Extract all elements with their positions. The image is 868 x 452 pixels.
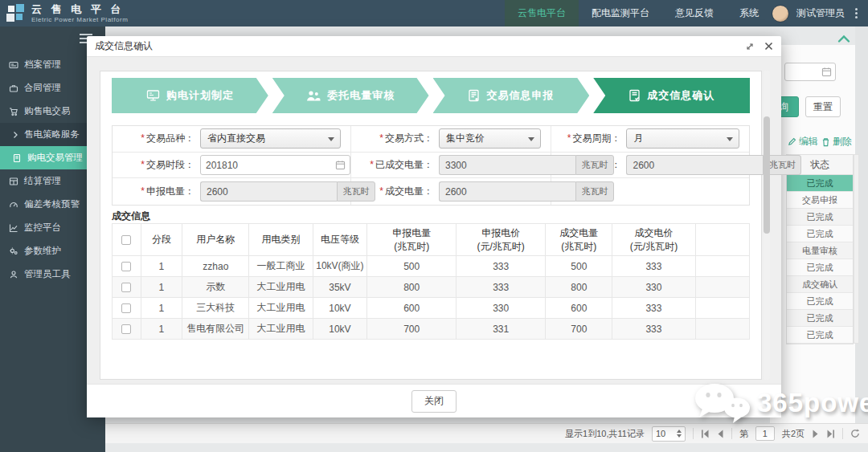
nav-cloud-platform[interactable]: 云售电平台 (505, 0, 579, 26)
background-date-input[interactable] (784, 63, 836, 81)
table-row[interactable]: 1 售电有限公司 大工业用电 10kV 700 331 700 333 (113, 319, 750, 340)
delete-link[interactable]: 删除 (821, 135, 852, 149)
cell: 333 (612, 256, 695, 277)
modal-scrollbar (764, 71, 770, 380)
row-checkbox[interactable] (121, 262, 131, 271)
status-row[interactable]: 已完成 (787, 293, 853, 310)
deal-form: *交易品种： 省内直接交易 *交易方式： 集中竞价 *交易周期： 月 *交易时段… (112, 125, 750, 206)
status-row[interactable]: 电量审核 (787, 242, 853, 259)
cell: 1 (141, 298, 182, 319)
cell: 333 (612, 319, 695, 340)
section-title: 成交信息 (112, 210, 150, 223)
table-header-row: 分段 用户名称 用电类别 电压等级 申报电量(兆瓦时) 申报电价(元/兆瓦时) … (113, 224, 750, 256)
trade-cycle-select[interactable]: 月 (626, 128, 739, 149)
required-asterisk: * (379, 132, 383, 144)
sidebar-item-label: 合同管理 (24, 82, 61, 94)
status-row[interactable]: 已完成 (787, 310, 853, 327)
next-page-button[interactable] (812, 430, 819, 438)
status-row[interactable]: 已完成 (787, 259, 853, 276)
cell: 331 (457, 319, 546, 340)
scrollbar-thumb[interactable] (764, 116, 770, 234)
required-asterisk: * (379, 185, 383, 197)
trade-period-input[interactable] (201, 160, 335, 171)
sidebar-item-label: 结算管理 (24, 175, 61, 187)
col-header: 分段 (141, 224, 182, 256)
cell: 35kV (313, 277, 366, 298)
cell: 333 (457, 277, 546, 298)
edit-link[interactable]: 编辑 (788, 135, 818, 149)
cell: 330 (612, 277, 695, 298)
field-label: 交易周期： (572, 132, 620, 144)
status-row[interactable]: 已完成 (787, 327, 853, 344)
sidebar-item-label: 档案管理 (24, 59, 61, 71)
collapse-chevron-icon[interactable] (837, 32, 850, 47)
nav-system[interactable]: 系统 (727, 0, 772, 26)
report-doc-icon (468, 89, 480, 102)
col-header: 电压等级 (313, 224, 366, 256)
col-header: 用户名称 (182, 224, 249, 256)
trade-variety-select[interactable]: 省内直接交易 (200, 128, 341, 149)
select-all-checkbox[interactable] (121, 235, 131, 245)
trade-period-datepicker[interactable] (200, 155, 350, 175)
done-volume-input[interactable] (439, 155, 575, 175)
user-avatar[interactable] (772, 5, 789, 22)
step-label: 购电计划制定 (166, 88, 234, 103)
select-value: 月 (633, 132, 643, 145)
app-logo: 云 售 电 平 台 Eletric Power Market Platform (0, 4, 128, 23)
field-label: 交易品种： (146, 132, 194, 144)
trash-icon (821, 137, 830, 147)
trade-mode-select[interactable]: 集中竞价 (439, 128, 541, 149)
status-row[interactable]: 已完成 (787, 209, 853, 226)
status-row[interactable]: 已完成 (787, 175, 853, 192)
page-size-select[interactable]: 10 (652, 426, 686, 442)
unit-addon: 兆瓦时 (337, 181, 375, 202)
cell-empty (695, 298, 750, 319)
row-checkbox[interactable] (121, 324, 131, 334)
kebab-menu-icon[interactable] (852, 8, 860, 18)
close-button[interactable]: 关闭 (411, 390, 457, 413)
last-page-button[interactable] (826, 430, 835, 438)
page-number-input[interactable] (755, 426, 775, 441)
modal-body: 购电计划制定 委托电量审核 交易信息申报 成交信息确认 (87, 57, 781, 384)
cell: 700 (367, 319, 457, 340)
close-icon[interactable] (764, 42, 773, 51)
maximize-icon[interactable] (745, 42, 755, 51)
nav-distribution-monitor[interactable]: 配电监测平台 (579, 0, 662, 26)
cell: 700 (546, 319, 612, 340)
field-trade-variety: *交易品种： 省内直接交易 (113, 126, 351, 153)
table-row[interactable]: 1 三大科技 大工业用电 10kV 600 330 600 333 (113, 298, 750, 319)
prev-page-button[interactable] (717, 430, 724, 438)
field-label: 成交电量： (385, 185, 433, 197)
app-header: 云 售 电 平 台 Eletric Power Market Platform … (0, 0, 868, 26)
field-trade-cycle: *交易周期： 月 (551, 126, 749, 153)
cell: 一般工商业 (249, 256, 313, 277)
refresh-button[interactable] (850, 429, 860, 438)
person-icon (9, 270, 18, 279)
cell: 售电有限公司 (182, 319, 249, 340)
table-row[interactable]: 1 示数 大工业用电 35kV 800 333 800 330 (113, 277, 750, 298)
row-checkbox[interactable] (121, 303, 131, 313)
deal-volume-input[interactable] (439, 181, 575, 202)
cell: 10kV (313, 298, 366, 319)
required-asterisk: * (141, 185, 145, 197)
table-row[interactable]: 1 zzhao 一般工商业 10kV(商业) 500 333 500 333 (113, 256, 750, 277)
pencil-icon (788, 137, 796, 146)
status-row[interactable]: 交易申报 (787, 192, 853, 209)
field-label: 已成交电量： (375, 159, 433, 170)
first-page-button[interactable] (701, 430, 710, 438)
cell: 1 (141, 256, 182, 277)
row-checkbox[interactable] (121, 283, 131, 292)
cell: 500 (546, 256, 612, 277)
entrust-volume-input[interactable] (626, 155, 763, 175)
nav-feedback[interactable]: 意见反馈 (662, 0, 727, 26)
declare-volume-input[interactable] (200, 181, 337, 202)
edit-label: 编辑 (799, 135, 818, 149)
first-page-icon (701, 430, 710, 438)
status-row[interactable]: 已完成 (787, 226, 853, 242)
spinner-icon (677, 430, 682, 438)
modal-footer: 关闭 (87, 384, 781, 417)
top-nav: 云售电平台 配电监测平台 意见反馈 系统 (505, 0, 772, 26)
reset-button[interactable]: 重置 (805, 96, 841, 117)
status-row[interactable]: 成交确认 (787, 276, 853, 293)
col-header-empty (695, 224, 750, 256)
